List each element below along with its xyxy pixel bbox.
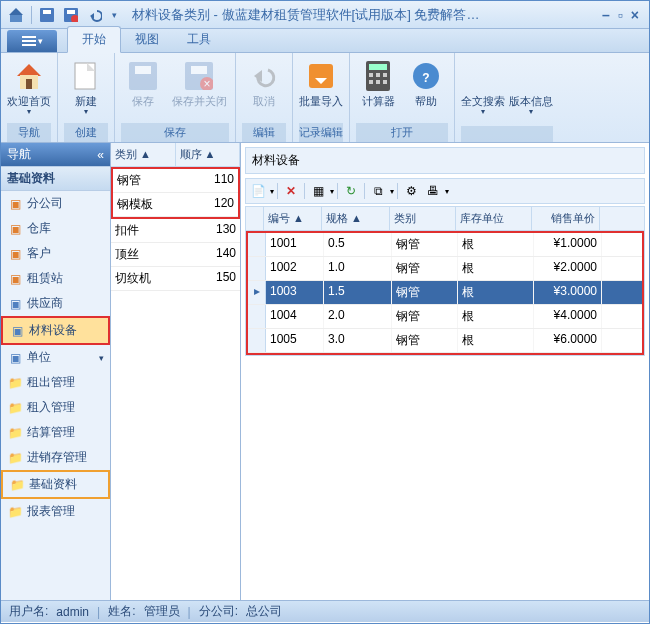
import-icon xyxy=(305,60,337,92)
window-controls: – ▫ × xyxy=(592,7,649,23)
nav-item-label: 租入管理 xyxy=(27,399,75,416)
nav-item-icon: 📁 xyxy=(7,425,23,441)
status-branch-value: 总公司 xyxy=(246,603,282,620)
new-button[interactable]: 新建▾ xyxy=(64,57,108,123)
category-row[interactable]: 扣件130 xyxy=(111,219,240,243)
nav-item-icon: ▣ xyxy=(7,350,23,366)
grid-row[interactable]: 10042.0钢管根¥4.0000 xyxy=(248,305,642,329)
home-icon[interactable] xyxy=(5,4,27,26)
col-order[interactable]: 顺序 ▲ xyxy=(176,143,241,166)
group-open: 计算器 ? 帮助 打开 xyxy=(350,53,455,142)
help-button[interactable]: ? 帮助 xyxy=(404,57,448,123)
nav-item-label: 材料设备 xyxy=(29,322,77,339)
maximize-button[interactable]: ▫ xyxy=(618,7,623,23)
svg-rect-30 xyxy=(369,80,373,84)
ribbon-body: 欢迎首页▾ 导航 新建▾ 创建 保存 × 保存并关闭 保存 xyxy=(1,53,649,143)
nav-item-icon: ▣ xyxy=(7,196,23,212)
svg-rect-9 xyxy=(22,40,36,42)
version-button[interactable]: 版本信息▾ xyxy=(509,57,553,126)
category-panel: 类别 ▲ 顺序 ▲ 钢管110钢模板120扣件130顶丝140切纹机150 xyxy=(111,143,241,600)
col-cat[interactable]: 类别 xyxy=(390,207,456,230)
calculator-button[interactable]: 计算器 xyxy=(356,57,400,123)
category-row[interactable]: 钢管110 xyxy=(113,169,238,193)
copy-icon[interactable]: ⧉ xyxy=(368,181,388,201)
qat-dropdown-icon[interactable]: ▾ xyxy=(108,4,120,26)
status-user-value: admin xyxy=(56,605,89,619)
tab-view[interactable]: 视图 xyxy=(121,27,173,52)
disk-close-icon: × xyxy=(183,60,215,92)
delete-icon[interactable]: ✕ xyxy=(281,181,301,201)
detail-grid: 编号 ▲ 规格 ▲ 类别 库存单位 销售单价 10010.5钢管根¥1.0000… xyxy=(245,206,645,356)
grid-row[interactable]: 10010.5钢管根¥1.0000 xyxy=(248,233,642,257)
nav-item-icon: 📁 xyxy=(7,450,23,466)
window-title: 材料设备类别 - 傲蓝建材租赁管理软件[试用版本] 免费解答… xyxy=(124,6,592,24)
svg-rect-5 xyxy=(67,10,75,14)
detail-toolbar: 📄▾ ✕ ▦▾ ↻ ⧉▾ ⚙ 🖶▾ xyxy=(245,178,645,204)
col-id[interactable]: 编号 ▲ xyxy=(264,207,322,230)
svg-rect-10 xyxy=(22,44,36,46)
save-close-button: × 保存并关闭 xyxy=(169,57,229,123)
close-button[interactable]: × xyxy=(631,7,639,23)
undo-icon[interactable] xyxy=(84,4,106,26)
detail-panel: 材料设备 📄▾ ✕ ▦▾ ↻ ⧉▾ ⚙ 🖶▾ 编号 ▲ 规格 ▲ 类别 库存单位… xyxy=(241,143,649,600)
undo-arrow-icon xyxy=(248,60,280,92)
grid-row[interactable]: 10021.0钢管根¥2.0000 xyxy=(248,257,642,281)
svg-rect-26 xyxy=(369,64,387,70)
app-menu-button[interactable]: ▾ xyxy=(7,30,57,52)
status-user-label: 用户名: xyxy=(9,603,48,620)
grid-row[interactable]: ▸10031.5钢管根¥3.0000 xyxy=(248,281,642,305)
refresh-icon[interactable]: ↻ xyxy=(341,181,361,201)
nav-item[interactable]: 📁进销存管理 xyxy=(1,445,110,470)
category-row[interactable]: 顶丝140 xyxy=(111,243,240,267)
tab-start[interactable]: 开始 xyxy=(67,26,121,53)
new-row-icon[interactable]: 📄 xyxy=(248,181,268,201)
grid-row[interactable]: 10053.0钢管根¥6.0000 xyxy=(248,329,642,353)
col-unit[interactable]: 库存单位 xyxy=(456,207,532,230)
tab-tools[interactable]: 工具 xyxy=(173,27,225,52)
main-area: 导航« 基础资料 ▣分公司▣仓库▣客户▣租赁站▣供应商▣材料设备▣单位▾📁租出管… xyxy=(1,143,649,600)
nav-item[interactable]: ▣供应商 xyxy=(1,291,110,316)
svg-rect-23 xyxy=(309,64,333,88)
svg-rect-13 xyxy=(26,79,32,89)
nav-item-icon: 📁 xyxy=(7,504,23,520)
nav-item[interactable]: ▣客户 xyxy=(1,241,110,266)
nav-item[interactable]: 📁结算管理 xyxy=(1,420,110,445)
print-icon[interactable]: 🖶 xyxy=(423,181,443,201)
nav-item-label: 供应商 xyxy=(27,295,63,312)
cancel-button: 取消 xyxy=(242,57,286,123)
quick-access-toolbar: ▾ xyxy=(1,4,124,26)
settings-icon[interactable]: ⚙ xyxy=(401,181,421,201)
col-spec[interactable]: 规格 ▲ xyxy=(322,207,390,230)
nav-item[interactable]: 📁租入管理 xyxy=(1,395,110,420)
nav-item[interactable]: 📁基础资料 xyxy=(1,470,110,499)
svg-text:×: × xyxy=(203,77,210,90)
save-close-icon[interactable] xyxy=(60,4,82,26)
grid-icon[interactable]: ▦ xyxy=(308,181,328,201)
nav-item[interactable]: ▣分公司 xyxy=(1,191,110,216)
save-icon[interactable] xyxy=(36,4,58,26)
category-body: 钢管110钢模板120扣件130顶丝140切纹机150 xyxy=(111,167,240,291)
nav-item-label: 结算管理 xyxy=(27,424,75,441)
nav-item[interactable]: ▣单位▾ xyxy=(1,345,110,370)
svg-rect-0 xyxy=(10,14,22,22)
minimize-button[interactable]: – xyxy=(602,7,610,23)
nav-item[interactable]: ▣仓库 xyxy=(1,216,110,241)
home-button[interactable]: 欢迎首页▾ xyxy=(7,57,51,123)
nav-section-header[interactable]: 基础资料 xyxy=(1,166,110,191)
svg-rect-8 xyxy=(22,36,36,38)
nav-item[interactable]: ▣租赁站 xyxy=(1,266,110,291)
nav-item[interactable]: 📁报表管理 xyxy=(1,499,110,524)
nav-item[interactable]: 📁租出管理 xyxy=(1,370,110,395)
svg-rect-31 xyxy=(376,80,380,84)
svg-marker-11 xyxy=(17,64,41,76)
fullsearch-button[interactable]: 全文搜索▾ xyxy=(461,57,505,126)
category-row[interactable]: 切纹机150 xyxy=(111,267,240,291)
col-price[interactable]: 销售单价 xyxy=(532,207,600,230)
category-row[interactable]: 钢模板120 xyxy=(113,193,238,217)
house-icon xyxy=(13,60,45,92)
batch-import-button[interactable]: 批量导入 xyxy=(299,57,343,123)
nav-item[interactable]: ▣材料设备 xyxy=(1,316,110,345)
nav-collapse-icon[interactable]: « xyxy=(97,148,104,162)
col-category[interactable]: 类别 ▲ xyxy=(111,143,176,166)
nav-item-label: 报表管理 xyxy=(27,503,75,520)
